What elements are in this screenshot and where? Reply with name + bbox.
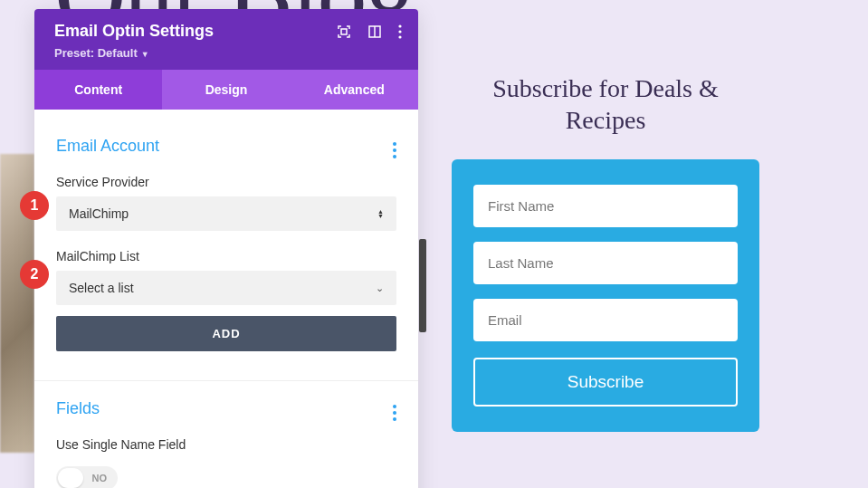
section-title-email-account[interactable]: Email Account: [56, 137, 159, 156]
add-button[interactable]: ADD: [56, 316, 396, 351]
select-service-provider[interactable]: MailChimp ▲▼: [56, 196, 396, 231]
toggle-single-name[interactable]: NO: [56, 466, 118, 488]
select-mailchimp-list[interactable]: Select a list ⌄: [56, 271, 396, 305]
chevron-down-icon: ⌄: [376, 282, 384, 294]
input-last-name[interactable]: [473, 242, 738, 284]
annotation-marker-1: 1: [20, 191, 49, 220]
kebab-icon[interactable]: [398, 24, 402, 39]
layout-icon[interactable]: [367, 24, 382, 39]
label-use-single-name: Use Single Name Field: [56, 437, 396, 452]
tab-advanced[interactable]: Advanced: [291, 70, 418, 110]
tab-content[interactable]: Content: [34, 70, 162, 110]
annotation-marker-2: 2: [20, 260, 49, 289]
svg-point-3: [398, 24, 401, 27]
section-options-icon[interactable]: [393, 133, 396, 158]
tab-design[interactable]: Design: [162, 70, 290, 110]
svg-rect-0: [341, 29, 347, 34]
toggle-knob: [58, 468, 83, 488]
svg-point-5: [398, 35, 401, 38]
preview-heading: Subscribe for Deals & Recipes: [452, 72, 759, 136]
label-mailchimp-list: MailChimp List: [56, 249, 396, 263]
panel-title: Email Optin Settings: [54, 22, 214, 41]
live-preview: Subscribe for Deals & Recipes Subscribe: [452, 72, 759, 432]
section-fields: Fields Use Single Name Field NO: [34, 381, 418, 488]
subscribe-button[interactable]: Subscribe: [473, 358, 738, 407]
toggle-state-label: NO: [92, 473, 108, 483]
svg-point-4: [398, 30, 401, 33]
caret-down-icon: ▼: [141, 50, 149, 59]
input-email[interactable]: [473, 299, 738, 341]
updown-icon: ▲▼: [377, 209, 384, 218]
module-drag-handle[interactable]: [419, 239, 426, 332]
panel-header: Email Optin Settings Preset: Default ▼: [34, 9, 418, 70]
optin-form: Subscribe: [452, 159, 759, 432]
section-options-icon[interactable]: [393, 396, 396, 421]
preset-selector[interactable]: Preset: Default ▼: [54, 46, 149, 60]
focus-icon[interactable]: [337, 24, 351, 39]
settings-panel: Email Optin Settings Preset: Default ▼ C…: [34, 9, 418, 488]
label-service-provider: Service Provider: [56, 175, 396, 189]
section-email-account: Email Account Service Provider MailChimp…: [34, 119, 418, 360]
input-first-name[interactable]: [473, 185, 738, 227]
section-title-fields[interactable]: Fields: [56, 399, 100, 418]
panel-tabs: Content Design Advanced: [34, 70, 418, 110]
